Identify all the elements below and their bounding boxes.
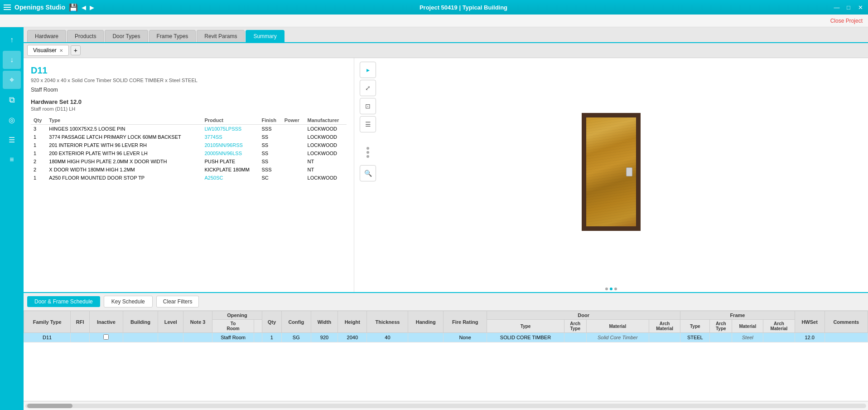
sidebar-icon-copy[interactable]: ⧉ [3,91,21,109]
vis-select-tool[interactable]: ▸ [360,62,376,78]
door-handle [626,167,632,176]
content-area: D11 920 x 2040 x 40 x Solid Core Timber … [24,58,868,292]
col-building-header: Building [123,311,158,333]
tab-hardware[interactable]: Hardware [27,30,66,42]
vis-zoom-tool[interactable]: ⤢ [360,80,376,96]
hw-qty: 1 [31,149,46,157]
sidebar-icon-list[interactable]: ☰ [3,131,21,149]
hw-qty: 2 [31,166,46,174]
door-image-container [582,58,641,286]
scrollbar-track [25,404,866,408]
col-family-type-header: Family Type [24,311,71,333]
vis-magnify-tool[interactable]: 🔍 [360,165,376,181]
visualiser-tab[interactable]: Visualiser ✕ [27,45,69,56]
col-door-arch-material-sub: ArchMaterial [649,320,680,333]
col-from-room-sub [254,320,262,333]
col-handing-header: Handing [408,311,444,333]
schedule-table-area[interactable]: Family Type RFI Inactive Building Level … [24,311,868,401]
col-inactive-header: Inactive [90,311,123,333]
col-comments-header: Comments [825,311,868,333]
col-frame-material-sub: Material [732,320,763,333]
hw-manufacturer: LOCKWOOD [305,149,347,157]
sched-frame-arch-type [710,333,732,342]
vis-dot-1 [366,147,369,150]
left-sidebar: ↑ ↓ ⌖ ⧉ ◎ ☰ ≡ [0,27,24,410]
hw-power [282,141,305,149]
hardware-row: 1 A250 FLOOR MOUNTED DOOR STOP TP A250SC… [31,174,347,182]
sched-frame-arch-material [763,333,795,342]
add-tab-button[interactable]: + [71,45,81,55]
inactive-checkbox[interactable] [103,334,109,340]
product-link[interactable]: 20105NN/96RSS [202,141,259,149]
maximize-button[interactable]: □ [844,3,853,11]
door-leaf [586,117,636,226]
tab-products[interactable]: Products [67,30,104,42]
sched-fire-rating: None [444,333,487,342]
schedule-table: Family Type RFI Inactive Building Level … [24,311,868,342]
schedule-row[interactable]: D11 Staff Room 1 SG 920 2040 40 None SOL… [24,333,868,342]
tab-revit-params[interactable]: Revit Params [197,30,245,42]
sched-handing [408,333,444,342]
sidebar-icon-globe[interactable]: ◎ [3,111,21,129]
scrollbar-thumb[interactable] [27,404,72,408]
hw-manufacturer: LOCKWOOD [305,174,347,182]
hw-qty: 3 [31,125,46,133]
close-project-link[interactable]: Close Project [830,18,863,24]
product-link[interactable]: A250SC [202,174,259,182]
clear-filters-button[interactable]: Clear Filters [156,296,199,308]
product-link[interactable]: 20005NN/96LSS [202,149,259,157]
col-qty-header: Qty [262,311,282,333]
sched-door-material: Solid Core Timber [586,333,649,342]
col-opening-group: Opening [212,311,262,320]
hw-manufacturer: NT [305,157,347,166]
close-button[interactable]: ✕ [856,3,864,11]
vis-page-dot-1 [605,288,608,290]
sidebar-icon-lines[interactable]: ≡ [3,151,21,169]
hardware-set-title: Hardware Set 12.0 [31,98,347,105]
menu-icon[interactable] [4,5,11,10]
col-note3-header: Note 3 [183,311,212,333]
sidebar-icon-cursor[interactable]: ⌖ [3,71,21,89]
door-frame-schedule-tab[interactable]: Door & Frame Schedule [27,296,100,307]
product-link[interactable]: LW10075LPSSS [202,125,259,133]
hw-type: 180MM HIGH PUSH PLATE 2.0MM X DOOR WIDTH [46,157,202,166]
hw-type: 201 INTERIOR PLATE WITH 96 LEVER RH [46,141,202,149]
hw-finish: SSS [259,125,281,133]
hw-manufacturer: LOCKWOOD [305,125,347,133]
product-link[interactable]: 3774SS [202,133,259,141]
visualiser-tab-label: Visualiser [33,47,57,54]
redo-icon[interactable]: ▶ [90,4,94,11]
col-frame-type-sub: Type [680,320,710,333]
sched-family-type: D11 [24,333,71,342]
sched-inactive [90,333,123,342]
hw-type: 200 EXTERIOR PLATE WITH 96 LEVER LH [46,149,202,157]
sched-level [158,333,183,342]
key-schedule-tab[interactable]: Key Schedule [104,296,153,308]
sidebar-icon-arrow-down[interactable]: ↓ [3,51,21,69]
hw-finish: SC [259,174,281,182]
tab-summary[interactable]: Summary [246,30,284,42]
hw-finish: SS [259,149,281,157]
sched-frame-type: STEEL [680,333,710,342]
col-to-room-sub: ToRoom [212,320,254,333]
undo-icon[interactable]: ◀ [82,4,86,11]
minimize-button[interactable]: — [833,3,841,11]
door-description: 920 x 2040 x 40 x Solid Core Timber SOLI… [31,78,347,83]
hw-type: 3774 PASSAGE LATCH PRIMARY LOCK 60MM BAC… [46,133,202,141]
hardware-table: Qty Type Product Finish Power Manufactur… [31,116,347,182]
sched-to-room: Staff Room [212,333,254,342]
save-icon[interactable]: 💾 [69,3,78,12]
tab-frame-types[interactable]: Frame Types [149,30,196,42]
visualiser-tab-close[interactable]: ✕ [59,48,63,53]
sidebar-icon-arrow-up[interactable]: ↑ [3,31,21,49]
sched-qty: 1 [262,333,282,342]
tab-door-types[interactable]: Door Types [105,30,148,42]
horizontal-scrollbar[interactable] [24,401,868,410]
col-door-group: Door [487,311,680,320]
product-cell: PUSH PLATE [202,157,259,166]
door-image [582,113,641,231]
col-fire-rating-header: Fire Rating [444,311,487,333]
vis-enter-tool[interactable]: ⊡ [360,98,376,114]
vis-list-tool[interactable]: ☰ [360,116,376,132]
hw-qty: 1 [31,141,46,149]
